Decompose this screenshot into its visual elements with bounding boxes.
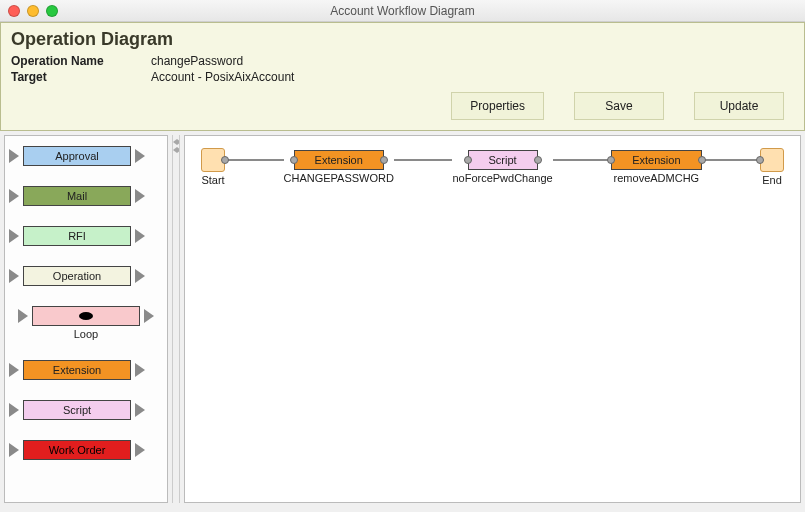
connector-line	[553, 159, 612, 161]
port-icon	[464, 156, 472, 164]
node-title: Extension	[315, 154, 363, 166]
palette-item-extension[interactable]: Extension	[11, 360, 143, 380]
palette-item-label: Loop	[74, 328, 98, 340]
start-node[interactable]: Start	[201, 148, 225, 186]
palette-item-script[interactable]: Script	[11, 400, 143, 420]
arrow-right-icon	[9, 229, 19, 243]
save-button[interactable]: Save	[574, 92, 664, 120]
header-panel: Operation Diagram Operation Name changeP…	[0, 22, 805, 131]
arrow-right-icon	[135, 363, 145, 377]
window-title: Account Workflow Diagram	[0, 4, 805, 18]
arrow-right-icon	[135, 403, 145, 417]
window-titlebar: Account Workflow Diagram	[0, 0, 805, 22]
palette-item-label: Work Order	[49, 444, 106, 456]
grip-icon	[173, 139, 179, 153]
node-caption: removeADMCHG	[614, 172, 700, 184]
port-icon	[380, 156, 388, 164]
palette-item-operation[interactable]: Operation	[11, 266, 143, 286]
palette-item-mail[interactable]: Mail	[11, 186, 143, 206]
arrow-right-icon	[9, 443, 19, 457]
port-icon	[290, 156, 298, 164]
node-caption: CHANGEPASSWORD	[284, 172, 394, 184]
loop-dot-icon	[79, 312, 93, 320]
palette-item-label: Script	[63, 404, 91, 416]
arrow-right-icon	[18, 309, 28, 323]
end-node-label: End	[762, 174, 782, 186]
arrow-right-icon	[9, 269, 19, 283]
palette-item-rfi[interactable]: RFI	[11, 226, 143, 246]
workflow-row: Start Extension CHANGEPASSWORD Script	[201, 148, 784, 186]
flow-node-script[interactable]: Script noForcePwdChange	[452, 150, 552, 184]
arrow-right-icon	[9, 149, 19, 163]
palette-item-label: Extension	[53, 364, 101, 376]
flow-node-extension-2[interactable]: Extension removeADMCHG	[611, 150, 701, 184]
update-button[interactable]: Update	[694, 92, 784, 120]
page-title: Operation Diagram	[11, 29, 794, 50]
palette-item-approval[interactable]: Approval	[11, 146, 143, 166]
palette-item-label: Operation	[53, 270, 101, 282]
diagram-canvas[interactable]: Start Extension CHANGEPASSWORD Script	[184, 135, 801, 503]
node-title: Extension	[632, 154, 680, 166]
node-title: Script	[489, 154, 517, 166]
arrow-right-icon	[135, 229, 145, 243]
flow-node-extension-1[interactable]: Extension CHANGEPASSWORD	[284, 150, 394, 184]
arrow-right-icon	[135, 149, 145, 163]
palette-item-workorder[interactable]: Work Order	[11, 440, 143, 460]
port-icon	[698, 156, 706, 164]
arrow-right-icon	[135, 443, 145, 457]
end-node[interactable]: End	[760, 148, 784, 186]
target-value: Account - PosixAixAccount	[151, 70, 294, 84]
palette-item-label: Mail	[67, 190, 87, 202]
arrow-right-icon	[135, 269, 145, 283]
svg-marker-0	[173, 139, 177, 145]
arrow-right-icon	[135, 189, 145, 203]
arrow-right-icon	[9, 363, 19, 377]
arrow-right-icon	[9, 403, 19, 417]
splitter-handle[interactable]	[172, 135, 180, 503]
palette-item-label: Approval	[55, 150, 98, 162]
svg-marker-1	[177, 139, 179, 145]
properties-button[interactable]: Properties	[451, 92, 544, 120]
port-icon	[534, 156, 542, 164]
arrow-right-icon	[9, 189, 19, 203]
operation-name-value: changePassword	[151, 54, 243, 68]
operation-name-label: Operation Name	[11, 54, 151, 68]
svg-marker-2	[173, 147, 177, 153]
arrow-right-icon	[144, 309, 154, 323]
node-caption: noForcePwdChange	[452, 172, 552, 184]
palette-panel: Approval Mail RFI Operation	[4, 135, 168, 503]
port-icon	[607, 156, 615, 164]
port-icon	[756, 156, 764, 164]
target-label: Target	[11, 70, 151, 84]
connector-line	[225, 159, 284, 161]
palette-item-loop[interactable]: Loop	[11, 306, 161, 340]
palette-item-label: RFI	[68, 230, 86, 242]
connector-line	[394, 159, 453, 161]
svg-marker-3	[177, 147, 179, 153]
port-icon	[221, 156, 229, 164]
start-node-label: Start	[201, 174, 224, 186]
connector-line	[702, 159, 761, 161]
